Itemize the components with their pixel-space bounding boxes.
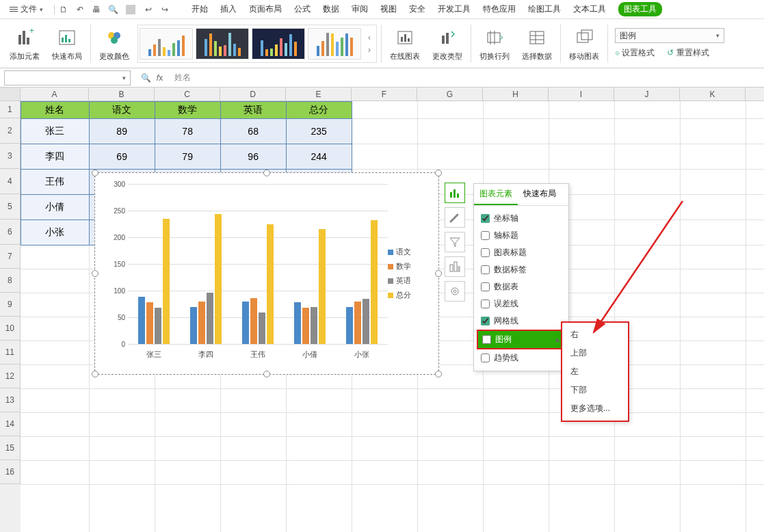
search-icon[interactable]: 🔍 [141,73,151,83]
preview-icon[interactable]: 🔍 [108,5,118,14]
bar[interactable] [319,229,326,344]
checkbox[interactable] [482,335,491,344]
ribbon-tab-6[interactable]: 视图 [380,3,397,15]
row-header[interactable]: 15 [0,436,21,460]
add-element-group[interactable]: + 添加元素 [5,22,44,65]
table-cell[interactable]: 小倩 [21,195,89,220]
ribbon-tab-2[interactable]: 页面布局 [249,3,282,15]
checkbox[interactable] [481,231,490,240]
move-chart[interactable]: 移动图表 [565,22,603,65]
ribbon-tab-4[interactable]: 数据 [323,3,339,15]
legend-item[interactable]: 语文 [388,247,426,257]
online-chart[interactable]: 在线图表 [386,22,424,65]
resize-handle[interactable] [263,371,270,377]
undo-icon[interactable]: ↩ [144,5,153,14]
chart-settings-button[interactable] [445,281,465,302]
save-icon[interactable]: 🗋 [59,5,68,14]
table-header[interactable]: 英语 [220,102,286,119]
chart-elements-button[interactable] [445,183,465,203]
checkbox[interactable] [481,300,490,308]
chart-legend[interactable]: 语文数学英语总分 [388,184,426,363]
chart-filter-button[interactable] [445,232,465,252]
ribbon-tab-9[interactable]: 特色应用 [483,3,516,15]
select-all-corner[interactable] [0,88,21,101]
ribbon-tab-1[interactable]: 插入 [220,3,237,15]
tab-quick-layout[interactable]: 快速布局 [518,184,562,205]
bar[interactable] [311,307,317,344]
table-cell[interactable]: 李四 [21,144,89,170]
table-header[interactable]: 总分 [286,102,352,119]
print-icon[interactable]: 🖶 [92,5,101,14]
row-header[interactable]: 7 [0,245,21,269]
menu-item[interactable]: 上部 [562,344,628,362]
col-header[interactable]: K [680,88,746,101]
chart-layout-button[interactable] [445,256,465,277]
bar[interactable] [346,307,353,344]
resize-handle[interactable] [92,270,98,277]
checkbox[interactable] [481,282,490,291]
row-header[interactable]: 10 [0,317,21,341]
col-header[interactable]: J [614,88,680,101]
checkbox[interactable] [481,214,490,223]
bar[interactable] [215,214,222,344]
undo-icon[interactable]: ↶ [75,5,85,14]
legend-item[interactable]: 总分 [388,290,426,300]
bar[interactable] [242,302,249,344]
chart-element-select[interactable]: 图例 ▾ [615,28,724,43]
chart-style-button[interactable] [445,207,465,228]
row-header[interactable]: 12 [0,364,21,388]
row-header[interactable]: 6 [0,220,21,245]
reset-style-button[interactable]: ↺ 重置样式 [667,47,709,59]
resize-handle[interactable] [435,270,442,277]
resize-handle[interactable] [92,170,98,176]
bar[interactable] [146,302,153,344]
select-data[interactable]: 选择数据 [518,22,556,65]
tab-chart-elements[interactable]: 图表元素 [474,184,518,205]
chart-element-item[interactable]: 轴标题 [477,227,566,244]
table-cell[interactable]: 68 [220,119,286,144]
row-header[interactable]: 13 [0,388,21,412]
col-header[interactable]: A [21,88,89,101]
style-thumb[interactable] [308,28,361,59]
ribbon-tab-11[interactable]: 文本工具 [573,3,606,15]
row-header[interactable]: 14 [0,412,21,436]
switch-rowcol[interactable]: 切换行列 [475,22,514,65]
ribbon-tab-10[interactable]: 绘图工具 [528,3,561,15]
resize-handle[interactable] [435,371,442,377]
row-header[interactable]: 16 [0,460,21,484]
menu-item[interactable]: 右 [562,325,628,344]
col-header[interactable]: E [286,88,352,101]
table-header[interactable]: 姓名 [21,102,89,119]
chart-element-item[interactable]: 图表标题 [477,244,566,261]
style-thumb[interactable] [140,28,193,59]
bar[interactable] [363,299,369,344]
chart-element-item[interactable]: 误差线 [477,295,566,312]
table-cell[interactable]: 96 [220,144,286,170]
resize-handle[interactable] [92,371,98,377]
legend-item[interactable]: 数学 [388,261,426,271]
ribbon-tab-12[interactable]: 图表工具 [618,2,662,16]
redo-icon[interactable]: ↪ [160,5,170,14]
col-header[interactable]: B [89,88,155,101]
bar[interactable] [371,220,378,344]
table-header[interactable]: 语文 [89,102,155,119]
col-header[interactable]: D [220,88,286,101]
ribbon-tab-0[interactable]: 开始 [192,3,208,15]
row-header[interactable]: 3 [0,144,21,169]
row-header[interactable]: 2 [0,118,21,144]
checkbox[interactable] [481,265,490,274]
col-header[interactable]: H [483,88,549,101]
style-thumb[interactable] [196,28,249,59]
checkbox[interactable] [481,354,490,362]
table-cell[interactable]: 235 [286,119,352,144]
checkbox[interactable] [481,317,490,325]
bar[interactable] [250,298,257,344]
chart-element-item[interactable]: 图例▸ [477,330,566,349]
col-header[interactable]: C [155,88,220,101]
col-header[interactable]: F [352,88,417,101]
file-menu[interactable]: 文件 ▾ [5,2,47,16]
bar[interactable] [267,224,274,345]
chart-element-item[interactable]: 坐标轴 [477,210,566,227]
ribbon-tab-8[interactable]: 开发工具 [438,3,471,15]
chart-style-gallery[interactable]: ‹› [137,25,377,63]
